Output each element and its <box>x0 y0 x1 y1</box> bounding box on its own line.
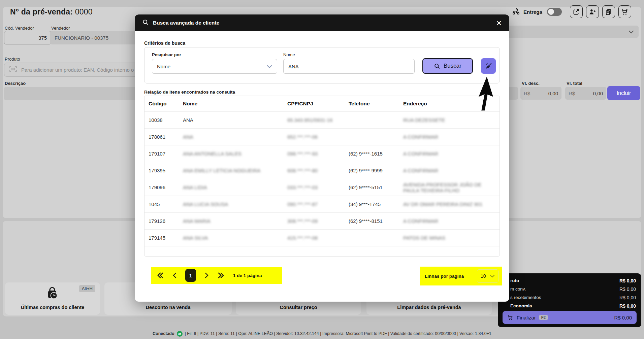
bag-clock-icon <box>45 286 60 303</box>
chevron-down-icon <box>267 64 272 69</box>
table-row[interactable]: 179126ANA MARIA308.***.***-09(62) 9****-… <box>144 212 500 229</box>
table-cell: 608.***.***-80 <box>283 166 345 175</box>
table-cell: 652.***.***-06 <box>283 132 345 142</box>
finalize-button[interactable]: Finalizar F2 R$ 0,00 <box>503 311 637 324</box>
table-cell: AV DR OMAR PEREIRA DINIZ 901 <box>399 199 500 209</box>
table-row[interactable]: 179145ANA SILVA415.***.***-08PATOS DE MI… <box>144 229 500 246</box>
advanced-customer-search-modal: Busca avançada de cliente ✕ Critérios de… <box>135 14 509 302</box>
clear-search-button[interactable] <box>481 58 496 74</box>
cart-button[interactable] <box>618 5 631 18</box>
discount-value-label: Vl. desc. <box>522 81 540 86</box>
table-cell: A CONFIRMAR <box>399 216 500 226</box>
rows-per-page-select[interactable]: 10 <box>477 269 498 283</box>
table-cell: ANA MARIA <box>179 216 283 226</box>
results-table: Código Nome CPF/CNPJ Telefone Endereço 1… <box>144 96 500 257</box>
include-button[interactable]: Incluir <box>607 86 640 100</box>
search-term-input[interactable]: ANA <box>283 59 415 74</box>
prev-page-icon[interactable] <box>172 272 176 278</box>
table-cell: ANA <box>179 115 283 125</box>
totals-rows: rutoR$ 0,00m conv.R$ 0,00s recebimentosR… <box>498 277 636 310</box>
shortcut-badge: Alt+H <box>79 285 95 292</box>
totals-value: R$ 0,00 <box>619 295 636 300</box>
copy-documents-button[interactable] <box>602 5 615 18</box>
totals-panel: rutoR$ 0,00m conv.R$ 0,00s recebimentosR… <box>498 273 641 327</box>
column-header: CPF/CNPJ <box>283 99 345 109</box>
table-cell: 178061 <box>144 132 179 142</box>
product-placeholder: Para adicionar um produto: EAN, Código i… <box>21 67 134 73</box>
add-person-button[interactable] <box>586 5 599 18</box>
pos-screen: N° da pré-venda: 0000 Cód. Vendedor 375 … <box>0 0 644 339</box>
description-label: Descrição <box>5 81 26 86</box>
current-page[interactable]: 1 <box>185 269 196 282</box>
toggle-knob <box>548 9 554 15</box>
table-row[interactable]: 1045ANA LUCIA SOUSA090.***.***-87(34) 9*… <box>144 196 500 212</box>
table-cell: ANA LUCIA SOUSA <box>179 199 283 209</box>
table-header-row: Código Nome CPF/CNPJ Telefone Endereço <box>144 96 500 111</box>
table-row[interactable]: 179107ANA ANTONELLA SALES098.***.***-93(… <box>144 145 500 162</box>
search-icon <box>434 63 440 69</box>
table-cell: 1045 <box>144 199 179 209</box>
table-cell: (62) 9****-8151 <box>345 216 399 226</box>
table-row[interactable]: 179395ANA EMILLY LETICIA NOGUEIRA608.***… <box>144 162 500 179</box>
table-cell: AVENIDA PROFESSOR JOÃO DE PAULA TEIXEIRA… <box>399 180 500 195</box>
table-row[interactable]: 10038ANA65.343.951/0931-16RUA DEZESSETE <box>144 111 500 128</box>
connection-status: Conectado <box>153 331 174 336</box>
table-cell: A CONFIRMAR <box>399 132 500 142</box>
sync-cloud-icon: ⇄ <box>177 331 183 337</box>
table-cell: PATOS DE MINAS <box>399 233 500 243</box>
chevron-down-icon <box>490 273 495 279</box>
totals-value: R$ 0,00 <box>619 286 636 292</box>
close-icon[interactable]: ✕ <box>496 20 502 27</box>
table-cell: ANA LIDIA <box>179 182 283 192</box>
last-page-icon[interactable] <box>218 272 224 278</box>
term-label: Nome <box>283 52 295 57</box>
criteria-box: Pesquisar por Nome Nome ANA Buscar <box>144 47 500 83</box>
presale-number: 0000 <box>75 7 93 16</box>
delivery-scooter-icon <box>512 7 520 16</box>
share-button[interactable] <box>570 5 583 18</box>
totals-row: rutoR$ 0,00 <box>498 277 636 284</box>
action-label: Desconto na venda <box>104 305 232 310</box>
delivery-toggle[interactable] <box>547 8 562 16</box>
table-cell: ANA EMILLY LETICIA NOGUEIRA <box>179 166 283 175</box>
pagination: 1 1 de 1 página <box>151 267 282 284</box>
table-row[interactable]: 178061ANA652.***.***-06A CONFIRMAR <box>144 128 500 145</box>
search-button[interactable]: Buscar <box>422 58 473 74</box>
last-purchases-button[interactable]: Alt+H Últimas compras do cliente <box>5 282 100 315</box>
chevron-down-icon <box>629 29 634 35</box>
table-cell: (62) 9****-5151 <box>345 182 399 192</box>
finalize-label: Finalizar <box>517 315 536 320</box>
seller-code-input[interactable]: 375 <box>4 31 51 44</box>
product-label: Produto <box>5 57 20 62</box>
table-cell: 179395 <box>144 166 179 175</box>
page-info: 1 de 1 página <box>233 273 262 278</box>
table-cell: (62) 9****-1615 <box>345 149 399 159</box>
status-bar: Conectado ⇄ | Fil: 9 | PDV: 11 | Série: … <box>0 328 644 339</box>
presale-label: N° da pré-venda: <box>10 7 73 16</box>
table-cell: A CONFIRMAR <box>399 166 500 175</box>
table-cell: 10038 <box>144 115 179 125</box>
search-by-label: Pesquisar por <box>152 52 181 57</box>
column-header: Nome <box>179 99 283 109</box>
rows-per-page: Linhas por página 10 <box>420 267 502 285</box>
next-page-icon[interactable] <box>205 272 209 278</box>
search-by-select[interactable]: Nome <box>152 59 277 74</box>
first-page-icon[interactable] <box>157 272 164 278</box>
total-value-label: Vl. total <box>567 81 582 86</box>
cart-icon <box>507 314 513 320</box>
modal-header: Busca avançada de cliente ✕ <box>135 14 509 31</box>
column-header: Código <box>144 99 179 109</box>
column-header: Telefone <box>345 99 399 109</box>
action-label: Limpar dados da pré-venda <box>366 305 492 310</box>
total-value-field: R$ 0,00 <box>565 87 606 100</box>
status-details: | Fil: 9 | PDV: 11 | Série: 11 | Ope: AL… <box>185 331 491 336</box>
discount-value-field: R$ 0,00 <box>520 87 561 100</box>
rows-per-page-label: Linhas por página <box>425 274 464 279</box>
table-row[interactable]: 179096ANA LIDIA033.***.***-03(62) 9****-… <box>144 179 500 196</box>
table-cell: 179107 <box>144 149 179 159</box>
action-label: Últimas compras do cliente <box>5 305 100 310</box>
seller-code-label: Cód. Vendedor <box>5 26 34 31</box>
totals-value: R$ 0,00 <box>619 278 636 283</box>
table-cell: 308.***.***-09 <box>283 216 345 226</box>
delivery-label: Entrega <box>523 9 542 15</box>
